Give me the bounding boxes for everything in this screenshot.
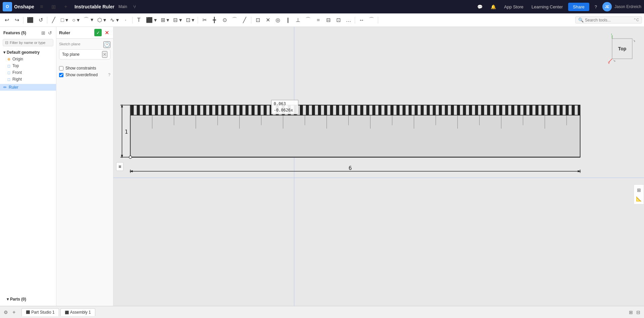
auto-dimension[interactable]: ⌒ bbox=[367, 15, 376, 25]
line-tool[interactable]: ╱ bbox=[49, 15, 58, 25]
constraint-symmetric[interactable]: ⊟ bbox=[324, 15, 333, 25]
horizontal-guide-line bbox=[113, 178, 644, 178]
fillet-tool[interactable]: ⌒ bbox=[230, 15, 239, 25]
show-constraints-checkbox[interactable] bbox=[59, 66, 63, 71]
nav-cube[interactable]: Top X Y bbox=[607, 34, 637, 64]
toolbar: ↩ ↪ ⬛ ↺ ╱ □ ▾ ○ ▾ ⌒ ▾ ⬡ ▾ ∿ ▾ · T ⬛ ▾ ⊞ … bbox=[0, 13, 644, 27]
mirror-tool[interactable]: ⊟ ▾ bbox=[171, 15, 183, 25]
right-label: Right bbox=[12, 77, 22, 82]
search-input[interactable] bbox=[585, 18, 632, 22]
app-name: Onshape bbox=[14, 4, 34, 9]
plane-icon-front: ◻ bbox=[7, 71, 10, 75]
constraint-parallel[interactable]: ∥ bbox=[283, 15, 293, 25]
top-label: Top bbox=[12, 63, 19, 68]
pattern-tool[interactable]: ⊞ ▾ bbox=[159, 15, 171, 25]
features-header: Features (5) ⊞ ↺ bbox=[0, 27, 56, 38]
add-feature-button[interactable]: + bbox=[61, 2, 70, 11]
circle-tool[interactable]: ○ ▾ bbox=[70, 15, 81, 25]
branch-icon[interactable]: ⑂ bbox=[130, 2, 139, 11]
toolbar-separator-3 bbox=[132, 17, 133, 24]
feature-filter-input[interactable] bbox=[10, 41, 51, 45]
svg-text:-0.0626x: -0.0626x bbox=[274, 108, 293, 112]
hamburger-menu[interactable]: ≡ bbox=[37, 2, 46, 11]
plane-icon-top: ◻ bbox=[7, 64, 10, 68]
text-tool[interactable]: T bbox=[134, 15, 144, 25]
constraint-fix[interactable]: ⊡ bbox=[253, 15, 262, 25]
chamfer-tool[interactable]: ╱ bbox=[240, 15, 249, 25]
sketch-icon: ✏ bbox=[3, 85, 7, 90]
canvas-area[interactable]: 1 6 0.063 -0.0626x bbox=[113, 27, 644, 306]
sidebar-item-origin[interactable]: ⊕ Origin bbox=[0, 56, 56, 62]
parts-label: Parts (0) bbox=[10, 297, 26, 302]
import-button[interactable]: ↺ bbox=[36, 15, 45, 25]
plane-value: Top plane bbox=[62, 52, 80, 57]
search-tools: 🔍 ⌃C bbox=[575, 16, 642, 24]
sidebar-copy-icon[interactable]: ⊞ bbox=[41, 30, 46, 36]
constraint-concentric[interactable]: ◎ bbox=[273, 15, 283, 25]
sidebar-item-ruler[interactable]: ✏ Ruler bbox=[0, 84, 56, 91]
bottom-right-btn-2[interactable]: ⊟ bbox=[635, 309, 641, 316]
mini-toolbar-btn-2[interactable]: 📐 bbox=[635, 195, 643, 203]
sketch-confirm-button[interactable]: ✓ bbox=[94, 29, 102, 36]
main-content: Features (5) ⊞ ↺ ⊟ ▾ Default geometry ⊕ … bbox=[0, 27, 644, 306]
constraint-midpoint[interactable]: ⊡ bbox=[334, 15, 343, 25]
help-button[interactable]: ? bbox=[592, 3, 600, 11]
sidebar-item-front[interactable]: ◻ Front bbox=[0, 69, 56, 76]
share-button[interactable]: Share bbox=[568, 3, 589, 11]
upload-button[interactable]: ⬛ bbox=[25, 15, 35, 25]
spline-tool[interactable]: ∿ ▾ bbox=[108, 15, 120, 25]
svg-text:6: 6 bbox=[349, 165, 352, 171]
rectangle-tool[interactable]: □ ▾ bbox=[59, 15, 70, 25]
constraint-tangent[interactable]: ⌒ bbox=[303, 15, 313, 25]
dimension-tool[interactable]: ↔ bbox=[357, 15, 366, 25]
learning-center-button[interactable]: Learning Center bbox=[529, 3, 565, 11]
show-overdefined-option[interactable]: Show overdefined ? bbox=[59, 72, 110, 78]
default-geometry-toggle[interactable]: ▾ Default geometry bbox=[0, 49, 56, 56]
undo-button[interactable]: ↩ bbox=[2, 15, 11, 25]
transform-tool[interactable]: ⬛ ▾ bbox=[144, 15, 158, 25]
sketch-plane-label: Sketch plane bbox=[59, 42, 81, 46]
sidebar-history-icon[interactable]: ↺ bbox=[47, 30, 53, 36]
redo-button[interactable]: ↪ bbox=[12, 15, 21, 25]
user-avatar[interactable]: JE bbox=[602, 2, 612, 11]
mini-toolbar-btn-1[interactable]: ⊞ bbox=[635, 186, 643, 194]
canvas-svg: 1 6 0.063 -0.0626x bbox=[113, 27, 644, 306]
show-constraints-option[interactable]: Show constraints bbox=[59, 65, 110, 72]
origin-label: Origin bbox=[12, 57, 23, 61]
notifications-button[interactable]: 🔔 bbox=[488, 3, 499, 11]
constraint-more[interactable]: … bbox=[344, 15, 353, 25]
bottom-settings-button[interactable]: ⚙ bbox=[3, 309, 9, 316]
chat-button[interactable]: 💬 bbox=[475, 3, 485, 11]
split-tool[interactable]: ╋ bbox=[210, 15, 219, 25]
parts-toggle[interactable]: ▾ Parts (0) bbox=[3, 296, 53, 303]
constraint-equal[interactable]: = bbox=[313, 15, 323, 25]
vertical-guide-line bbox=[294, 27, 294, 306]
construction-pt[interactable]: · bbox=[121, 15, 131, 25]
constraint-coincident[interactable]: ✕ bbox=[263, 15, 273, 25]
tab-part-studio-1[interactable]: ⬛ Part Studio 1 bbox=[21, 308, 59, 316]
list-view-toggle[interactable]: ≡ bbox=[116, 162, 123, 171]
polygon-tool[interactable]: ⬡ ▾ bbox=[96, 15, 108, 25]
arc-tool[interactable]: ⌒ ▾ bbox=[82, 15, 95, 25]
tab-assembly-1[interactable]: ⬛ Assembly 1 bbox=[60, 308, 95, 316]
sketch-timer-icon[interactable]: 🕐 bbox=[103, 41, 110, 48]
sketch-cancel-button[interactable]: ✕ bbox=[103, 29, 110, 36]
hint-icon[interactable]: ? bbox=[108, 73, 110, 77]
use-tool[interactable]: ⊡ ▾ bbox=[184, 15, 196, 25]
constraint-perpendicular[interactable]: ⊥ bbox=[293, 15, 303, 25]
trim-tool[interactable]: ✂ bbox=[200, 15, 209, 25]
plane-icon-right: ◻ bbox=[7, 77, 10, 82]
feature-tree-toggle[interactable]: ⊞ bbox=[49, 2, 58, 11]
app-store-button[interactable]: App Store bbox=[501, 3, 526, 11]
sidebar-item-top[interactable]: ◻ Top bbox=[0, 62, 56, 69]
sidebar-item-right[interactable]: ◻ Right bbox=[0, 76, 56, 83]
offset-tool[interactable]: ⊙ bbox=[220, 15, 229, 25]
bottom-right-btn-1[interactable]: ⊞ bbox=[628, 309, 634, 316]
sketch-plane-field[interactable]: Top plane ✕ bbox=[59, 49, 110, 59]
add-tab-button[interactable]: + bbox=[10, 309, 17, 316]
sketch-plane-section: Sketch plane 🕐 Top plane ✕ bbox=[56, 39, 113, 62]
plane-clear-button[interactable]: ✕ bbox=[102, 51, 107, 58]
toolbar-separator-1 bbox=[23, 17, 23, 24]
user-name: Jason Erdreich bbox=[614, 4, 641, 9]
show-overdefined-checkbox[interactable] bbox=[59, 73, 63, 77]
